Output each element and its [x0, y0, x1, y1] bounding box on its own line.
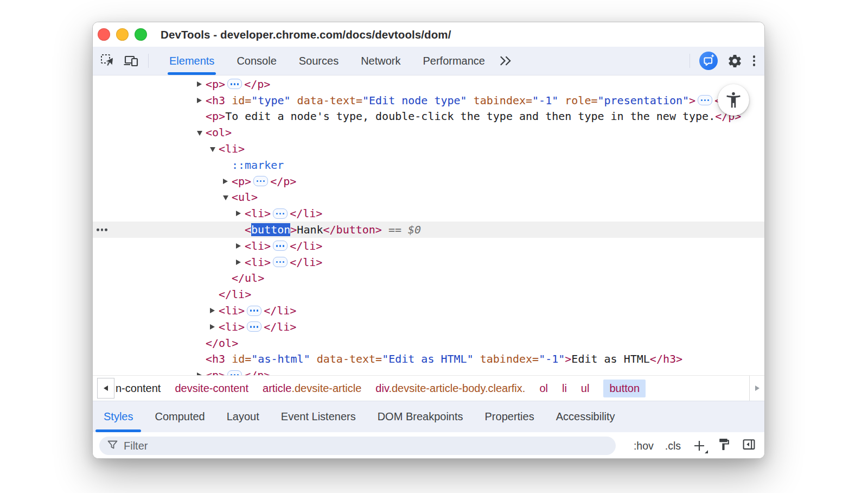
code-token: "Edit as HTML"	[382, 352, 474, 365]
code-token: <li>	[219, 320, 245, 333]
code-token: </h3>	[650, 352, 682, 365]
tab-event-listeners[interactable]: Event Listeners	[270, 401, 367, 432]
tree-row[interactable]: <li></li>	[93, 238, 764, 254]
tree-row[interactable]: <li>	[93, 141, 764, 157]
paint-brush-icon[interactable]	[717, 438, 731, 454]
breadcrumb-scroll-right-button[interactable]	[749, 376, 764, 401]
close-window-button[interactable]	[98, 28, 110, 41]
scroll-left-icon	[104, 385, 108, 391]
toggle-element-state-button[interactable]: :hov	[634, 440, 654, 452]
code-token: </p>	[270, 175, 296, 188]
inspect-icon[interactable]	[100, 53, 115, 68]
tree-row[interactable]: </ol>	[93, 335, 764, 351]
disclosure-triangle-icon[interactable]	[210, 308, 219, 313]
tab-sources[interactable]: Sources	[299, 47, 339, 75]
toolbar-right	[690, 52, 757, 70]
tree-row-selected[interactable]: <button>Hank</button> == $0	[93, 222, 764, 238]
inline-expand-icon[interactable]	[273, 257, 288, 267]
row-overflow-icon[interactable]	[97, 229, 107, 231]
settings-gear-icon[interactable]	[727, 53, 743, 69]
minimize-window-button[interactable]	[116, 28, 129, 41]
element-classes-button[interactable]: .cls	[665, 440, 681, 452]
tree-row[interactable]: <p></p>	[93, 76, 764, 92]
filter-field[interactable]	[99, 437, 616, 455]
dock-side-icon[interactable]	[742, 438, 756, 454]
inline-expand-icon[interactable]	[227, 79, 242, 89]
tree-row[interactable]: <p></p>	[93, 173, 764, 189]
code-token: ::marker	[232, 159, 284, 172]
tree-row[interactable]: <ul>	[93, 189, 764, 206]
disclosure-triangle-icon[interactable]	[197, 98, 206, 103]
traffic-lights	[98, 28, 147, 41]
inline-expand-icon[interactable]	[227, 370, 242, 375]
disclosure-triangle-icon[interactable]	[236, 243, 245, 249]
inline-expand-icon[interactable]	[273, 241, 288, 251]
tree-row[interactable]: ::marker	[93, 157, 764, 173]
inline-expand-icon[interactable]	[247, 321, 261, 332]
tab-elements[interactable]: Elements	[169, 47, 214, 75]
breadcrumb-item-selected[interactable]: button	[603, 380, 646, 397]
code-token: <h3	[206, 94, 225, 107]
disclosure-triangle-icon[interactable]	[197, 129, 206, 136]
breadcrumb-scroll-left-button[interactable]	[97, 378, 114, 399]
inline-expand-icon[interactable]	[253, 176, 268, 186]
code-token: </li>	[290, 256, 322, 269]
more-menu-icon[interactable]	[752, 54, 757, 67]
tree-row[interactable]: <ol>	[93, 124, 764, 141]
window-title: DevTools - developer.chrome.com/docs/dev…	[161, 22, 451, 47]
code-token: "-1"	[539, 352, 565, 365]
breadcrumb-item[interactable]: div.devsite-article-body.clearfix.	[375, 382, 525, 395]
tab-performance[interactable]: Performance	[423, 47, 486, 75]
tab-properties[interactable]: Properties	[474, 401, 545, 432]
breadcrumb: n-content devsite-content article.devsit…	[93, 375, 764, 401]
tab-dom-breakpoints[interactable]: DOM Breakpoints	[367, 401, 474, 432]
add-icon	[693, 439, 706, 452]
tree-row[interactable]: </li>	[93, 286, 764, 302]
filter-input[interactable]	[124, 440, 341, 452]
accessibility-overlay-button[interactable]	[718, 84, 749, 116]
tree-row[interactable]: <p></p>	[93, 367, 764, 375]
disclosure-triangle-icon[interactable]	[223, 194, 232, 200]
tree-row[interactable]: <p>To edit a node's type, double-click t…	[93, 109, 764, 125]
code-token: </button>	[323, 223, 382, 236]
tab-layout[interactable]: Layout	[216, 401, 270, 432]
disclosure-triangle-icon[interactable]	[197, 81, 206, 87]
tab-console[interactable]: Console	[237, 47, 276, 75]
code-token: </li>	[264, 320, 296, 333]
devtools-window: DevTools - developer.chrome.com/docs/dev…	[92, 22, 765, 459]
inline-expand-icon[interactable]	[273, 208, 288, 219]
inline-expand-icon[interactable]	[247, 306, 261, 316]
breadcrumb-item[interactable]: n-content	[116, 382, 161, 395]
ai-assistant-icon[interactable]	[699, 52, 718, 70]
tab-network[interactable]: Network	[361, 47, 400, 75]
disclosure-triangle-icon[interactable]	[210, 146, 219, 152]
tab-computed[interactable]: Computed	[144, 401, 215, 432]
tree-row[interactable]: <li></li>	[93, 254, 764, 270]
disclosure-triangle-icon[interactable]	[210, 324, 219, 330]
tab-styles[interactable]: Styles	[93, 401, 144, 432]
inline-expand-icon[interactable]	[698, 95, 712, 105]
code-token: tabindex=	[474, 352, 539, 365]
breadcrumb-item[interactable]: article.devsite-article	[263, 382, 361, 395]
new-style-rule-button[interactable]	[692, 439, 706, 453]
tree-row[interactable]: <li></li>	[93, 319, 764, 335]
tree-row[interactable]: <li></li>	[93, 205, 764, 222]
dom-tree[interactable]: <p></p><h3 id="type" data-text="Edit nod…	[93, 76, 764, 375]
tree-row[interactable]: <li></li>	[93, 302, 764, 319]
tree-row[interactable]: </ul>	[93, 270, 764, 287]
tab-accessibility[interactable]: Accessibility	[545, 401, 626, 432]
disclosure-triangle-icon[interactable]	[236, 211, 245, 216]
disclosure-triangle-icon[interactable]	[236, 260, 245, 265]
tree-row[interactable]: <h3 id="type" data-text="Edit node type"…	[93, 92, 764, 109]
disclosure-triangle-icon[interactable]	[223, 179, 232, 184]
breadcrumb-item[interactable]: ol	[539, 382, 548, 395]
zoom-window-button[interactable]	[135, 28, 147, 41]
breadcrumb-item[interactable]: li	[562, 382, 567, 395]
tree-row[interactable]: <h3 id="as-html" data-text="Edit as HTML…	[93, 351, 764, 368]
breadcrumb-item[interactable]: devsite-content	[175, 382, 248, 395]
breadcrumb-item[interactable]: ul	[581, 382, 590, 395]
more-tabs-chevron-icon[interactable]	[499, 55, 512, 67]
device-toolbar-icon[interactable]	[123, 53, 139, 69]
code-token: </li>	[219, 288, 251, 301]
accessibility-icon	[724, 91, 743, 109]
